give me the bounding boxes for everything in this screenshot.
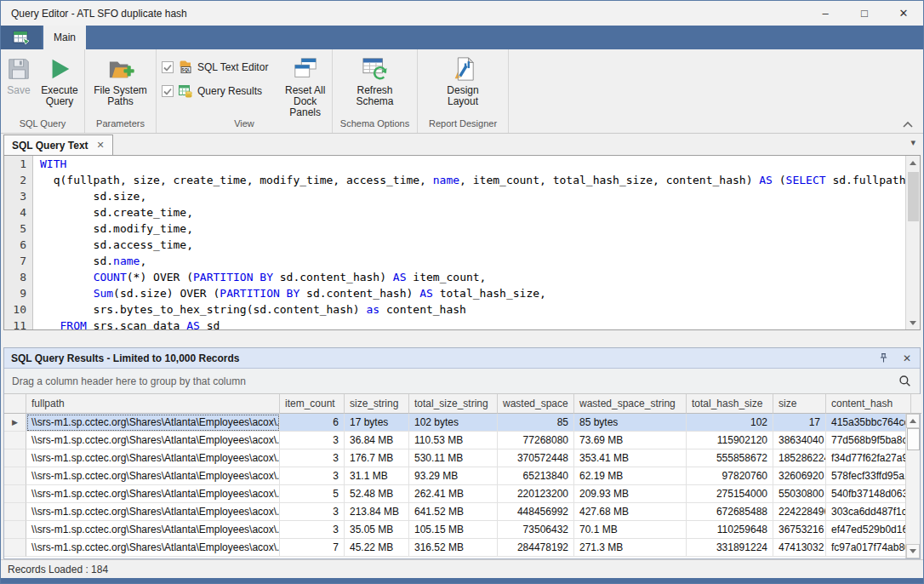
ribbon-tab-main[interactable]: Main xyxy=(43,26,86,49)
row-indicator-cell[interactable] xyxy=(4,432,26,449)
grid-cell-item_count[interactable]: 3 xyxy=(280,503,345,521)
grid-cell-size[interactable]: 36753216 xyxy=(773,521,826,539)
grid-vertical-scrollbar[interactable] xyxy=(905,414,920,558)
grid-cell-wasted_space[interactable]: 65213840 xyxy=(498,467,574,485)
grid-cell-size[interactable]: 47413032 xyxy=(773,539,826,557)
sql-code-editor[interactable]: 1WITH2 q(fullpath, size, create_time, mo… xyxy=(3,155,921,330)
file-system-paths-button[interactable]: File System Paths xyxy=(89,54,152,107)
grid-cell-fullpath[interactable]: \\srs-m1.sp.cctec.org\Shares\Atlanta\Emp… xyxy=(26,503,280,521)
grid-cell-total_hash_size[interactable]: 97820760 xyxy=(687,467,773,485)
grid-cell-item_count[interactable]: 6 xyxy=(280,414,345,432)
grid-cell-item_count[interactable]: 3 xyxy=(280,432,345,449)
grid-cell-fullpath[interactable]: \\srs-m1.sp.cctec.org\Shares\Atlanta\Emp… xyxy=(26,539,280,557)
grid-cell-total_hash_size[interactable]: 672685488 xyxy=(687,503,773,521)
grid-cell-wasted_space[interactable]: 370572448 xyxy=(498,449,574,467)
grid-cell-content_hash[interactable]: 578fecf33ffd95a... xyxy=(826,467,905,485)
grid-cell-size_string[interactable]: 17 bytes xyxy=(345,414,409,432)
maximize-button[interactable]: □ xyxy=(845,1,884,26)
grid-cell-fullpath[interactable]: \\srs-m1.sp.cctec.org\Shares\Atlanta\Emp… xyxy=(26,521,280,539)
grid-cell-content_hash[interactable]: ef47ed529b0d16... xyxy=(826,521,905,539)
row-indicator-cell[interactable] xyxy=(4,467,26,485)
grid-cell-wasted_space[interactable]: 284478192 xyxy=(498,539,574,557)
grid-cell-total_size_string[interactable]: 262.41 MB xyxy=(409,485,498,503)
grid-cell-total_hash_size[interactable]: 275154000 xyxy=(687,485,773,503)
grid-cell-content_hash[interactable]: 77d568b9f5ba8c... xyxy=(826,432,905,449)
collapse-ribbon-icon[interactable] xyxy=(903,121,913,128)
column-header-wasted_space[interactable]: wasted_space xyxy=(498,394,574,414)
grid-cell-content_hash[interactable]: fc97a017f74ab80... xyxy=(826,539,905,557)
grid-cell-total_size_string[interactable]: 93.29 MB xyxy=(409,467,498,485)
column-header-total_size_string[interactable]: total_size_string xyxy=(409,394,498,414)
editor-horizontal-scrollbar[interactable] xyxy=(3,330,921,347)
grid-cell-size_string[interactable]: 52.48 MB xyxy=(345,485,409,503)
reset-all-dock-panels-button[interactable]: Reset All Dock Panels xyxy=(278,54,332,118)
table-row[interactable]: \\srs-m1.sp.cctec.org\Shares\Atlanta\Emp… xyxy=(4,539,905,557)
editor-vertical-scrollbar[interactable] xyxy=(905,156,920,329)
grid-cell-size_string[interactable]: 213.84 MB xyxy=(345,503,409,521)
group-by-bar[interactable]: Drag a column header here to group by th… xyxy=(4,369,920,394)
scrollbar-thumb[interactable] xyxy=(908,172,919,221)
checkbox-checked-icon[interactable] xyxy=(162,61,174,73)
grid-cell-size_string[interactable]: 35.05 MB xyxy=(345,521,409,539)
grid-cell-total_hash_size[interactable]: 555858672 xyxy=(687,449,773,467)
panel-close-icon[interactable]: ✕ xyxy=(903,352,911,364)
design-layout-button[interactable]: Design Layout xyxy=(439,54,487,107)
grid-cell-total_size_string[interactable]: 102 bytes xyxy=(409,414,498,432)
grid-cell-content_hash[interactable]: 415a35bbc764ccf... xyxy=(826,414,905,432)
grid-cell-size[interactable]: 17 xyxy=(773,414,826,432)
column-header-item_count[interactable]: item_count xyxy=(280,394,345,414)
grid-cell-fullpath[interactable]: \\srs-m1.sp.cctec.org\Shares\Atlanta\Emp… xyxy=(26,449,280,467)
grid-cell-total_hash_size[interactable]: 331891224 xyxy=(687,539,773,557)
table-row[interactable]: \\srs-m1.sp.cctec.org\Shares\Atlanta\Emp… xyxy=(4,503,905,521)
save-button[interactable]: Save xyxy=(2,54,36,96)
column-header-content_hash[interactable]: content_hash xyxy=(826,394,911,414)
search-icon[interactable] xyxy=(898,375,920,387)
row-indicator-arrow-icon[interactable]: ▶ xyxy=(4,414,26,432)
grid-cell-item_count[interactable]: 5 xyxy=(280,485,345,503)
grid-cell-wasted_space[interactable]: 448456992 xyxy=(498,503,574,521)
grid-cell-total_size_string[interactable]: 105.15 MB xyxy=(409,521,498,539)
execute-query-button[interactable]: Execute Query xyxy=(36,54,83,107)
tab-sql-query-text[interactable]: SQL Query Text ✕ xyxy=(3,135,113,155)
grid-cell-item_count[interactable]: 3 xyxy=(280,467,345,485)
tab-close-icon[interactable]: ✕ xyxy=(97,140,105,151)
column-header-total_hash_size[interactable]: total_hash_size xyxy=(687,394,773,414)
query-results-toggle[interactable]: Query Results xyxy=(162,84,268,98)
grid-cell-size[interactable]: 32606920 xyxy=(773,467,826,485)
close-button[interactable]: ✕ xyxy=(884,1,923,26)
scroll-down-icon[interactable] xyxy=(906,316,920,329)
scroll-down-icon[interactable] xyxy=(906,544,920,558)
grid-cell-content_hash[interactable]: 303ca6dd487f1c0... xyxy=(826,503,905,521)
grid-cell-wasted_space_string[interactable]: 62.19 MB xyxy=(574,467,687,485)
table-row[interactable]: \\srs-m1.sp.cctec.org\Shares\Atlanta\Emp… xyxy=(4,432,905,449)
checkbox-checked-icon[interactable] xyxy=(162,85,174,97)
grid-cell-size[interactable]: 185286224 xyxy=(773,449,826,467)
grid-cell-fullpath[interactable]: \\srs-m1.sp.cctec.org\Shares\Atlanta\Emp… xyxy=(26,432,280,449)
grid-cell-wasted_space_string[interactable]: 209.93 MB xyxy=(574,485,687,503)
grid-cell-fullpath[interactable]: \\srs-m1.sp.cctec.org\Shares\Atlanta\Emp… xyxy=(26,414,280,432)
pin-icon[interactable] xyxy=(878,352,889,364)
refresh-schema-button[interactable]: Refresh Schema xyxy=(349,54,402,107)
grid-cell-content_hash[interactable]: f34d77f62fa27a9... xyxy=(826,449,905,467)
grid-cell-wasted_space_string[interactable]: 353.41 MB xyxy=(574,449,687,467)
grid-cell-item_count[interactable]: 3 xyxy=(280,449,345,467)
grid-cell-total_hash_size[interactable]: 102 xyxy=(687,414,773,432)
grid-cell-total_hash_size[interactable]: 115902120 xyxy=(687,432,773,449)
grid-cell-total_hash_size[interactable]: 110259648 xyxy=(687,521,773,539)
grid-cell-size[interactable]: 38634040 xyxy=(773,432,826,449)
grid-cell-item_count[interactable]: 7 xyxy=(280,539,345,557)
table-row[interactable]: \\srs-m1.sp.cctec.org\Shares\Atlanta\Emp… xyxy=(4,485,905,503)
row-indicator-cell[interactable] xyxy=(4,449,26,467)
grid-cell-size_string[interactable]: 36.84 MB xyxy=(345,432,409,449)
table-row[interactable]: \\srs-m1.sp.cctec.org\Shares\Atlanta\Emp… xyxy=(4,467,905,485)
grid-cell-total_size_string[interactable]: 530.11 MB xyxy=(409,449,498,467)
grid-cell-fullpath[interactable]: \\srs-m1.sp.cctec.org\Shares\Atlanta\Emp… xyxy=(26,485,280,503)
grid-cell-wasted_space_string[interactable]: 85 bytes xyxy=(574,414,687,432)
grid-cell-wasted_space_string[interactable]: 271.3 MB xyxy=(574,539,687,557)
grid-cell-total_size_string[interactable]: 641.52 MB xyxy=(409,503,498,521)
table-row[interactable]: \\srs-m1.sp.cctec.org\Shares\Atlanta\Emp… xyxy=(4,449,905,467)
grid-cell-total_size_string[interactable]: 316.52 MB xyxy=(409,539,498,557)
row-indicator-cell[interactable] xyxy=(4,539,26,557)
column-header-wasted_space_string[interactable]: wasted_space_string xyxy=(574,394,687,414)
grid-cell-wasted_space[interactable]: 220123200 xyxy=(498,485,574,503)
